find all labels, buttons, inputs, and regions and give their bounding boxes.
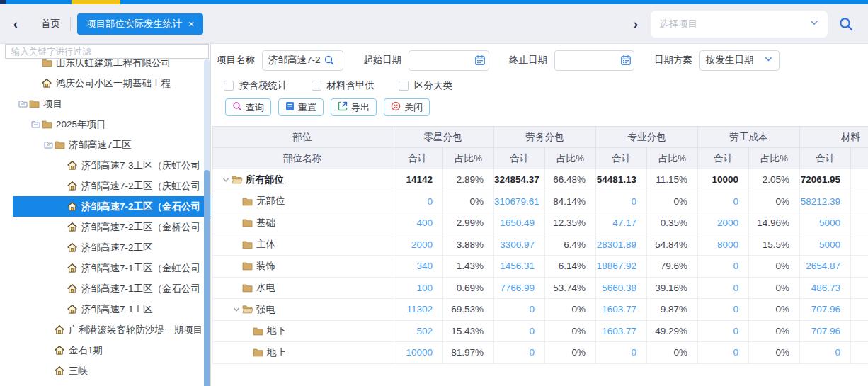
cell-total[interactable]: 0 <box>698 277 749 299</box>
tree-item[interactable]: 鸿庆公司小区一期基础工程 <box>0 73 210 93</box>
tree-expander-icon[interactable] <box>42 141 55 149</box>
tree-item[interactable]: 济邹高速7-2工区（金桥公司 <box>0 217 210 237</box>
tree-item[interactable]: 济邹高速7-1工区（金石公司 <box>0 278 210 299</box>
project-name-input[interactable] <box>268 55 324 66</box>
project-select[interactable] <box>651 11 828 38</box>
cell-total[interactable]: 0 <box>698 299 749 321</box>
cell-total[interactable]: 340 <box>392 256 443 278</box>
checkbox-tax[interactable]: 按含税统计 <box>224 79 287 92</box>
cell-total[interactable]: 707.96 <box>800 320 851 342</box>
cell-total[interactable]: 1456.31 <box>494 256 545 278</box>
tree-filter-input[interactable] <box>5 44 209 59</box>
sidebar-scrollbar[interactable] <box>204 59 210 386</box>
export-button[interactable]: 导出 <box>331 98 377 116</box>
tree-item[interactable]: 金石1期 <box>0 340 210 361</box>
reset-button[interactable]: 重置 <box>278 98 324 116</box>
checkbox-icon[interactable] <box>224 81 234 91</box>
cell-total[interactable]: 0 <box>800 342 851 364</box>
end-date-input[interactable] <box>561 55 620 66</box>
tree-item[interactable]: 济邹高速7-3工区（庆虹公司 <box>0 155 210 176</box>
calendar-icon[interactable] <box>474 55 486 66</box>
cell-total[interactable]: 1650.49 <box>494 212 545 234</box>
table-row[interactable]: 水电1000.69%7766.9953.74%5660.3839.16%00%4… <box>213 277 868 299</box>
cell-total[interactable]: 2000 <box>392 234 443 256</box>
project-name-field[interactable] <box>262 50 343 71</box>
cell-total[interactable]: 310679.61 <box>494 191 545 212</box>
cell-total[interactable]: 8000 <box>698 234 749 256</box>
table-row[interactable]: 装饰3401.43%1456.316.14%18867.9279.6%00%26… <box>213 256 868 278</box>
cell-total[interactable]: 0 <box>596 342 647 364</box>
cell-total[interactable]: 0 <box>698 191 749 212</box>
start-date-input[interactable] <box>415 55 474 66</box>
cell-total[interactable]: 486.73 <box>800 277 851 299</box>
table-row[interactable]: 无部位00%310679.6184.14%00%00%58212.39 <box>213 191 868 212</box>
row-expander-icon[interactable] <box>220 176 232 184</box>
sidebar-scrollbar-thumb[interactable] <box>204 170 210 386</box>
cell-total[interactable]: 0 <box>698 320 749 342</box>
cell-total[interactable]: 400 <box>392 212 443 234</box>
back-chevron-icon[interactable]: ‹ <box>0 16 31 32</box>
tree-item[interactable]: 济邹高速7-2工区 <box>0 237 210 258</box>
tab-home[interactable]: 首页 <box>31 18 70 30</box>
cell-total[interactable]: 58212.39 <box>800 191 851 212</box>
table-row[interactable]: 地上1000081.97%00%00%00%0 <box>213 342 868 364</box>
table-row[interactable]: 强电1130269.53%00%1603.779.87%00%707.96 <box>213 299 868 321</box>
tree-expander-icon[interactable] <box>30 120 42 128</box>
cell-total[interactable]: 2654.87 <box>800 256 851 278</box>
cell-total[interactable]: 5000 <box>800 234 851 256</box>
cell-total[interactable]: 100 <box>392 277 443 299</box>
cell-total[interactable]: 5000 <box>800 212 851 234</box>
tab-close-icon[interactable]: × <box>188 19 194 29</box>
cell-total[interactable]: 1603.77 <box>596 320 647 342</box>
tab-active[interactable]: 项目部位实际发生统计 × <box>77 13 203 35</box>
search-icon[interactable] <box>324 55 335 66</box>
cell-total[interactable]: 3300.97 <box>494 234 545 256</box>
checkbox-owner-supplied[interactable]: 材料含甲供 <box>312 79 375 92</box>
cell-total[interactable]: 0 <box>698 342 749 364</box>
cell-total[interactable]: 707.96 <box>800 299 851 321</box>
end-date-field[interactable] <box>554 50 634 71</box>
search-icon[interactable] <box>838 16 854 32</box>
table-row[interactable]: 基础4002.99%1650.4912.35%47.170.35%200014.… <box>213 212 868 234</box>
table-row[interactable]: 所有部位141422.89%324854.3766.48%54481.1311.… <box>213 169 868 191</box>
close-button[interactable]: 关闭 <box>384 98 430 116</box>
cell-total[interactable]: 28301.89 <box>596 234 647 256</box>
start-date-field[interactable] <box>409 50 489 71</box>
cell-total[interactable]: 2000 <box>698 212 749 234</box>
table-row[interactable]: 地下50215.43%00%1603.7749.29%00%707.96 <box>213 320 868 342</box>
tree-item[interactable]: 济邹高速7-2工区（金石公司 <box>0 196 210 217</box>
table-row[interactable]: 主体20003.88%3300.976.4%28301.8954.84%8000… <box>213 234 868 256</box>
cell-total[interactable]: 5660.38 <box>596 277 647 299</box>
cell-total[interactable]: 10000 <box>392 342 443 364</box>
forward-chevron-icon[interactable]: › <box>634 16 638 32</box>
row-expander-icon[interactable] <box>231 305 242 314</box>
tree-item[interactable]: 2025年项目 <box>0 114 210 135</box>
tree-item[interactable]: 济邹高速7工区 <box>0 135 210 155</box>
checkbox-icon[interactable] <box>312 81 321 91</box>
cell-total[interactable]: 1603.77 <box>596 299 647 321</box>
tree-expander-icon[interactable] <box>17 100 29 108</box>
tree-item[interactable]: 济邹高速7-1工区 <box>0 299 210 319</box>
calendar-icon[interactable] <box>620 55 632 66</box>
cell-total[interactable]: 0 <box>494 299 545 321</box>
checkbox-icon[interactable] <box>399 81 409 91</box>
cell-total[interactable]: 0 <box>596 191 647 212</box>
cell-total[interactable]: 0 <box>494 342 545 364</box>
query-button[interactable]: 查询 <box>225 98 271 116</box>
cell-total[interactable]: 47.17 <box>596 212 647 234</box>
tree-item[interactable]: 广利港滚装客轮防沙堤一期项目 <box>0 319 210 340</box>
checkbox-category[interactable]: 区分大类 <box>399 79 452 92</box>
cell-total[interactable]: 7766.99 <box>494 277 545 299</box>
cell-total[interactable]: 0 <box>698 256 749 278</box>
tree-item[interactable]: 三峡 <box>0 361 210 381</box>
project-select-input[interactable] <box>659 18 809 29</box>
tree-item[interactable]: 金石大厦二期 <box>0 381 210 386</box>
tree-item[interactable]: 济邹高速7-1工区（金虹公司 <box>0 258 210 278</box>
cell-total[interactable]: 502 <box>392 320 443 342</box>
cell-total[interactable]: 0 <box>392 191 443 212</box>
cell-total[interactable]: 18867.92 <box>596 256 647 278</box>
tree-item[interactable]: 项目 <box>0 93 210 114</box>
chevron-down-icon[interactable] <box>809 18 819 30</box>
cell-total[interactable]: 11302 <box>392 299 443 321</box>
date-scheme-select[interactable]: 按发生日期 <box>699 50 780 71</box>
